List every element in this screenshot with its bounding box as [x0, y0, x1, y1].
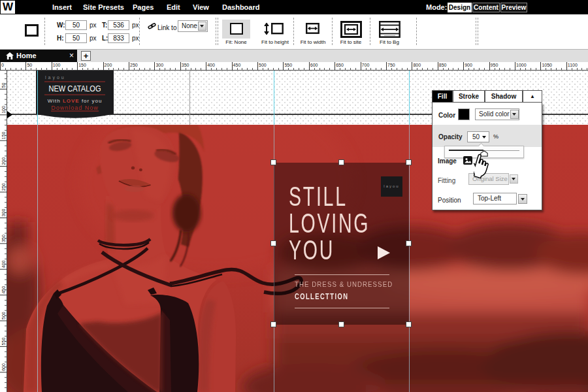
svg-text:300: 300 [1, 209, 6, 217]
svg-text:500: 500 [1, 312, 6, 319]
svg-text:600: 600 [1, 363, 6, 371]
svg-text:150: 150 [1, 131, 6, 139]
svg-text:50: 50 [1, 83, 6, 88]
svg-text:100: 100 [1, 106, 6, 114]
svg-text:350: 350 [1, 235, 6, 242]
svg-text:Download Now: Download Now [51, 105, 99, 111]
svg-text:200: 200 [1, 157, 6, 165]
svg-text:550: 550 [1, 338, 6, 346]
svg-text:400: 400 [1, 260, 6, 268]
svg-text:NEW CATALOG: NEW CATALOG [49, 84, 101, 93]
svg-text:250: 250 [1, 183, 6, 191]
svg-text:450: 450 [1, 286, 6, 294]
svg-text:layou: layou [45, 75, 66, 80]
svg-text:With LOVE for you: With LOVE for you [48, 98, 103, 104]
